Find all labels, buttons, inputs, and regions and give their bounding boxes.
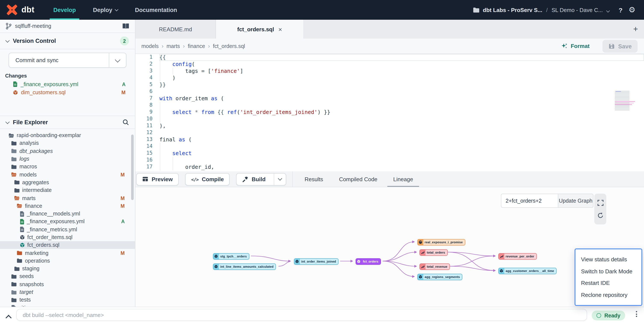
lineage-selector-input[interactable] — [501, 194, 558, 208]
editor-tab[interactable]: fct_orders.sql × — [216, 20, 304, 38]
lineage-node[interactable]: total_revenue — [420, 264, 450, 270]
build-options-dropdown[interactable] — [274, 173, 286, 185]
tree-item[interactable]: _finance_metrics.yml — [0, 226, 135, 234]
lineage-node[interactable]: agg_regions_segments — [417, 274, 462, 280]
format-button[interactable]: Format — [561, 38, 590, 54]
close-icon[interactable]: × — [278, 26, 282, 33]
account-name[interactable]: dbt Labs - ProServ S... — [483, 7, 542, 13]
tree-item[interactable]: fct_order_items.sql — [0, 234, 135, 242]
save-button[interactable]: Save — [602, 40, 638, 53]
context-menu-item[interactable]: View status details — [576, 256, 642, 262]
code-line[interactable]: 12 — [136, 129, 644, 136]
lineage-node[interactable]: fct_orders — [356, 258, 381, 265]
status-badge[interactable]: Ready — [592, 310, 625, 320]
tree-item[interactable]: marketing M — [0, 249, 135, 257]
code-line[interactable]: 14 — [136, 143, 644, 150]
tree-item[interactable]: fct_orders.sql — [0, 241, 135, 249]
code-line[interactable]: 9 select * from {{ ref('int_order_items_… — [136, 109, 644, 116]
fullscreen-icon[interactable] — [597, 200, 604, 206]
commit-options-dropdown[interactable] — [109, 53, 126, 67]
file-explorer-header[interactable]: File Explorer — [0, 116, 135, 129]
tree-item[interactable]: snapshots — [0, 280, 135, 288]
tree-item[interactable]: macros — [0, 163, 135, 171]
context-menu-item[interactable]: Switch to Dark Mode — [576, 268, 642, 274]
tree-item[interactable]: _finance__models.yml — [0, 210, 135, 218]
code-line[interactable]: 6 — [136, 88, 644, 95]
file-icon — [17, 250, 22, 255]
search-icon[interactable] — [122, 119, 129, 126]
breadcrumb-segment[interactable]: fct_orders.sql — [213, 43, 245, 49]
tree-item[interactable]: tests — [0, 296, 135, 304]
code-line[interactable]: 8 — [136, 102, 644, 109]
lineage-node[interactable]: int_order_items_joined — [294, 258, 339, 265]
new-tab-button[interactable]: + — [633, 20, 638, 38]
breadcrumb-segment[interactable]: marts — [166, 43, 180, 49]
breadcrumb-segment[interactable]: models — [142, 43, 159, 49]
tree-item[interactable]: marts M — [0, 194, 135, 202]
tree-item[interactable]: seeds — [0, 273, 135, 280]
tree-item[interactable]: models M — [0, 171, 135, 179]
changed-file-row[interactable]: _finance_exposures.yml A — [0, 80, 135, 88]
lineage-node[interactable]: int_line_items_amounts_calculated — [213, 264, 276, 270]
code-line[interactable]: 1 {{ — [136, 54, 644, 61]
code-editor[interactable]: 1 {{ 2 config( 3 tags = ['finance'] 4 ) … — [136, 54, 644, 171]
project-name[interactable]: SL Demo - Dave C... — [552, 7, 603, 13]
commit-and-sync-button[interactable]: Commit and sync — [8, 53, 126, 68]
code-line[interactable]: 11 ), — [136, 122, 644, 129]
nav-item[interactable]: Deploy — [93, 0, 118, 20]
lineage-node[interactable]: real_exposure_i_promise — [417, 239, 465, 246]
tree-item[interactable]: target — [0, 288, 135, 296]
help-button[interactable]: ? — [618, 6, 622, 14]
lineage-node[interactable]: total_orders — [420, 249, 448, 256]
tree-item[interactable]: dbt_packages — [0, 147, 135, 155]
editor-tab[interactable]: README.md — [136, 20, 216, 38]
context-menu-item-label: Reclone repository — [581, 292, 628, 298]
code-line[interactable]: 2 config( — [136, 61, 644, 68]
docs-book-icon[interactable] — [122, 23, 130, 29]
code-line[interactable]: 17 order_id, — [136, 164, 644, 170]
code-line[interactable]: 16 — [136, 157, 644, 164]
panel-tab[interactable]: Results — [305, 171, 323, 187]
version-control-header[interactable]: Version Control 2 — [0, 33, 135, 49]
dbt-command-input[interactable] — [16, 309, 587, 321]
tree-scrollbar[interactable] — [131, 134, 134, 200]
lineage-node[interactable]: revenue_per_order — [498, 253, 537, 260]
context-menu-item[interactable]: Restart IDE — [576, 280, 642, 286]
update-graph-button[interactable]: Update Graph — [558, 194, 594, 208]
action-button[interactable]: Preview — [136, 173, 179, 185]
kebab-menu-icon[interactable] — [636, 311, 637, 317]
tree-item[interactable]: staging — [0, 265, 135, 273]
tree-item[interactable]: operations — [0, 257, 135, 265]
expand-command-bar-icon[interactable] — [6, 314, 11, 322]
code-line[interactable]: 4 ) — [136, 74, 644, 82]
tree-item[interactable]: intermediate — [0, 186, 135, 194]
lineage-node[interactable]: stg_tpch__orders — [213, 253, 249, 260]
tree-item[interactable]: logs — [0, 155, 135, 163]
changed-file-row[interactable]: dim_customers.sql M — [0, 88, 135, 96]
dbt-logo-icon[interactable] — [6, 4, 18, 16]
action-button[interactable]: Build — [236, 173, 286, 185]
chevron-down-icon[interactable] — [606, 6, 609, 14]
tree-item[interactable]: rapid-onboarding-exemplar — [0, 132, 135, 140]
code-line[interactable]: 5 }} — [136, 82, 644, 88]
nav-item[interactable]: Documentation — [135, 0, 177, 20]
breadcrumb-segment[interactable]: finance — [188, 43, 205, 49]
context-menu-item[interactable]: Reclone repository — [576, 292, 642, 298]
code-line[interactable]: 15 select — [136, 150, 644, 157]
code-line[interactable]: 7 with order_item as ( — [136, 95, 644, 102]
action-button[interactable]: </> Compile — [185, 173, 230, 185]
tree-item[interactable]: aggregates — [0, 179, 135, 186]
tree-item[interactable]: finance M — [0, 202, 135, 210]
panel-tab[interactable]: Compiled Code — [339, 171, 377, 187]
nav-item[interactable]: Develop — [53, 0, 76, 20]
branch-name[interactable]: sqlfluff-meeting — [15, 23, 51, 29]
code-line[interactable]: 3 tags = ['finance'] — [136, 68, 644, 74]
code-line[interactable]: 13 final as ( — [136, 136, 644, 143]
lineage-node[interactable]: agg_customer_orders__all_time — [498, 268, 556, 274]
tree-item[interactable]: _finance_exposures.yml A — [0, 218, 135, 226]
tree-item[interactable]: analysis — [0, 140, 135, 147]
reset-view-icon[interactable] — [597, 212, 604, 218]
code-line[interactable]: 10 — [136, 116, 644, 122]
gear-icon[interactable]: ⚙ — [628, 6, 636, 14]
panel-tab[interactable]: Lineage — [393, 171, 413, 187]
